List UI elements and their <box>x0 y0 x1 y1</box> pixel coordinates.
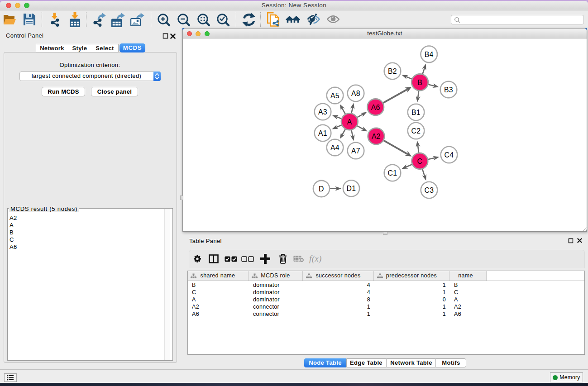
svg-text:B1: B1 <box>411 109 421 116</box>
svg-text:C: C <box>417 157 423 165</box>
svg-text:A3: A3 <box>318 108 327 116</box>
svg-text:A7: A7 <box>351 147 360 155</box>
svg-text:C1: C1 <box>388 169 397 177</box>
svg-text:A2: A2 <box>372 133 381 140</box>
svg-text:B: B <box>417 79 422 86</box>
svg-text:C3: C3 <box>425 186 434 194</box>
svg-text:D: D <box>319 185 324 193</box>
svg-text:A6: A6 <box>371 104 380 111</box>
svg-text:A: A <box>347 118 352 126</box>
svg-text:D1: D1 <box>347 185 356 192</box>
svg-text:A8: A8 <box>351 90 360 97</box>
svg-text:B2: B2 <box>388 67 397 75</box>
svg-text:C2: C2 <box>411 127 421 135</box>
svg-text:A1: A1 <box>318 129 327 137</box>
svg-text:C4: C4 <box>445 151 454 159</box>
svg-text:B3: B3 <box>444 86 453 94</box>
svg-text:A5: A5 <box>330 92 339 100</box>
svg-text:B4: B4 <box>425 51 434 58</box>
svg-text:A4: A4 <box>330 144 339 152</box>
